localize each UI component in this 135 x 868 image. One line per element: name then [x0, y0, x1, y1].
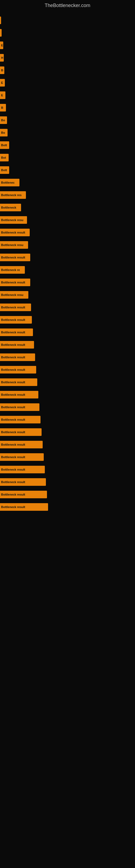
- bar-14: Bottleneck res: [0, 191, 26, 199]
- bar-row: B: [0, 102, 135, 113]
- bar-39: Bottleneck result: [0, 503, 48, 511]
- bar-34: Bottleneck result: [0, 441, 43, 448]
- bar-label-16: Bottleneck resu: [1, 218, 24, 222]
- bar-row: Bottleneck result: [0, 315, 135, 325]
- bar-23: Bottleneck result: [0, 304, 31, 311]
- bar-row: Bottleneck result: [0, 277, 135, 287]
- bar-18: Bottleneck resu: [0, 241, 28, 249]
- bar-row: Bottleneck result: [0, 477, 135, 487]
- bar-label-12: Bott: [1, 168, 7, 172]
- bar-11: Bot: [0, 154, 9, 161]
- bar-row: [0, 15, 135, 26]
- bar-label-9: Bo: [1, 131, 5, 134]
- bar-row: E: [0, 90, 135, 100]
- bar-row: Bottleneck result: [0, 340, 135, 350]
- bar-label-14: Bottleneck res: [1, 193, 21, 197]
- bar-row: Bottlenec: [0, 177, 135, 188]
- bar-row: Bottleneck re: [0, 265, 135, 275]
- bar-row: Bottleneck: [0, 203, 135, 213]
- bar-row: Bottleneck result: [0, 427, 135, 437]
- bar-label-32: Bottleneck result: [1, 418, 25, 421]
- bar-label-4: B: [1, 69, 3, 72]
- bar-row: Bottleneck result: [0, 414, 135, 425]
- bar-label-20: Bottleneck re: [1, 268, 20, 272]
- bar-4: B: [0, 66, 4, 74]
- bar-row: Bottleneck result: [0, 439, 135, 450]
- bars-container: EHBEEBBoBoBottBotBottBottlenecBottleneck…: [0, 10, 135, 514]
- bar-31: Bottleneck result: [0, 403, 39, 411]
- bar-label-25: Bottleneck result: [1, 331, 25, 334]
- bar-label-18: Bottleneck resu: [1, 243, 24, 247]
- bar-label-6: E: [1, 94, 3, 97]
- bar-19: Bottleneck result: [0, 254, 30, 261]
- bar-17: Bottleneck result: [0, 229, 30, 236]
- site-title-text: TheBottlenecker.com: [0, 0, 135, 10]
- bar-33: Bottleneck result: [0, 428, 42, 436]
- bar-35: Bottleneck result: [0, 453, 44, 461]
- bar-label-36: Bottleneck result: [1, 468, 25, 471]
- bar-27: Bottleneck result: [0, 353, 35, 361]
- bar-row: Bottleneck result: [0, 502, 135, 512]
- bar-label-39: Bottleneck result: [1, 505, 25, 508]
- bar-label-27: Bottleneck result: [1, 355, 25, 359]
- bar-label-28: Bottleneck result: [1, 368, 25, 371]
- bar-row: Bottleneck result: [0, 464, 135, 475]
- bar-22: Bottleneck resu: [0, 291, 28, 299]
- bar-row: Bottleneck resu: [0, 215, 135, 225]
- bar-26: Bottleneck result: [0, 341, 34, 348]
- bar-20: Bottleneck re: [0, 266, 25, 274]
- bar-0: [0, 17, 1, 24]
- bar-label-33: Bottleneck result: [1, 431, 25, 434]
- bar-label-30: Bottleneck result: [1, 393, 25, 396]
- bar-row: Bottleneck result: [0, 302, 135, 312]
- bar-row: Bo: [0, 127, 135, 138]
- bar-row: Bottleneck result: [0, 489, 135, 500]
- bar-label-10: Bott: [1, 144, 7, 147]
- bar-row: B: [0, 65, 135, 75]
- bar-label-21: Bottleneck result: [1, 281, 25, 284]
- bar-row: Bottleneck result: [0, 227, 135, 238]
- bar-row: Bottleneck result: [0, 327, 135, 337]
- bar-label-13: Bottlenec: [1, 181, 14, 184]
- bar-row: Bottleneck resu: [0, 290, 135, 300]
- bar-label-5: E: [1, 81, 3, 84]
- bar-5: E: [0, 79, 5, 87]
- bar-25: Bottleneck result: [0, 329, 33, 336]
- bar-13: Bottlenec: [0, 179, 19, 186]
- bar-row: Bottleneck result: [0, 390, 135, 400]
- bar-10: Bott: [0, 141, 9, 149]
- bar-7: B: [0, 104, 6, 112]
- bar-32: Bottleneck result: [0, 416, 41, 424]
- bar-row: E: [0, 78, 135, 88]
- bar-row: Bo: [0, 115, 135, 125]
- bar-label-15: Bottleneck: [1, 206, 16, 209]
- bar-6: E: [0, 91, 5, 99]
- bar-row: [0, 28, 135, 38]
- bar-38: Bottleneck result: [0, 491, 47, 498]
- bar-row: H: [0, 53, 135, 63]
- bar-label-37: Bottleneck result: [1, 480, 25, 484]
- bar-row: Bott: [0, 140, 135, 150]
- bar-label-11: Bot: [1, 156, 6, 159]
- bar-28: Bottleneck result: [0, 366, 36, 373]
- bar-row: Bottleneck result: [0, 452, 135, 462]
- bar-row: Bott: [0, 165, 135, 175]
- bar-21: Bottleneck result: [0, 279, 30, 286]
- bar-row: Bottleneck res: [0, 190, 135, 200]
- bar-1: [0, 29, 2, 37]
- bar-15: Bottleneck: [0, 204, 21, 211]
- bar-row: Bottleneck result: [0, 377, 135, 388]
- bar-30: Bottleneck result: [0, 391, 38, 399]
- bar-row: Bottleneck result: [0, 252, 135, 262]
- bar-label-31: Bottleneck result: [1, 405, 25, 409]
- bar-label-3: H: [1, 56, 3, 59]
- bar-label-19: Bottleneck result: [1, 256, 25, 259]
- bar-2: E: [0, 41, 3, 49]
- bar-label-23: Bottleneck result: [1, 306, 25, 309]
- bar-29: Bottleneck result: [0, 378, 37, 386]
- bar-3: H: [0, 54, 4, 62]
- bar-37: Bottleneck result: [0, 478, 46, 486]
- bar-12: Bott: [0, 166, 9, 174]
- bar-row: Bottleneck result: [0, 402, 135, 412]
- bar-label-29: Bottleneck result: [1, 380, 25, 384]
